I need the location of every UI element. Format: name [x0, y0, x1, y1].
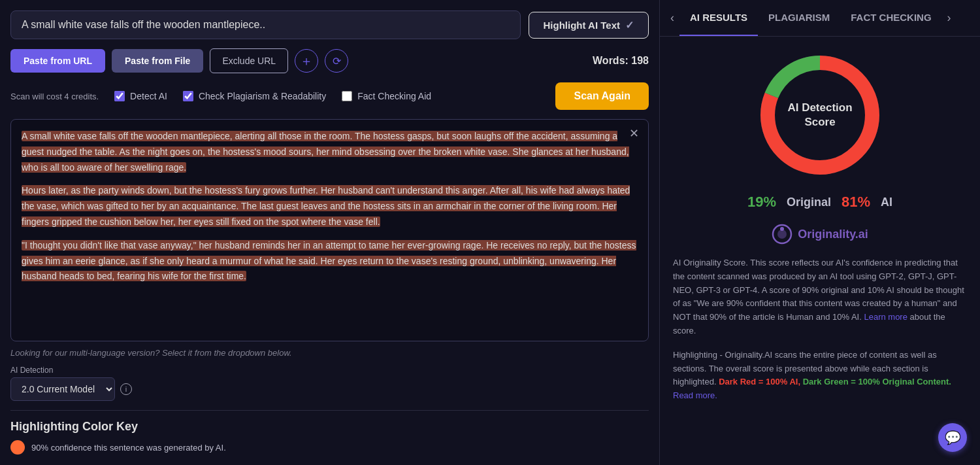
highlight-ai-text-button[interactable]: Highlight AI Text ✓ — [529, 12, 649, 39]
read-more-link[interactable]: Read more. — [673, 390, 717, 400]
share-icon-button[interactable]: ⟳ — [325, 49, 348, 73]
detect-ai-checkbox[interactable] — [114, 91, 125, 101]
plagiarism-checkbox-label[interactable]: Check Plagiarism & Readability — [183, 91, 326, 101]
color-key-item-1-text: 90% confidence this sentence was generat… — [31, 443, 226, 453]
title-input[interactable] — [10, 10, 521, 39]
right-nav: ‹ AI RESULTS PLAGIARISM FACT CHECKING › — [660, 0, 980, 37]
svg-point-4 — [777, 230, 787, 239]
left-panel: Highlight AI Text ✓ Paste from URL Paste… — [0, 0, 660, 465]
dark-green-label: Dark Green = 100% Original Content. — [803, 377, 951, 387]
ai-label: AI — [881, 196, 892, 209]
right-content: AI Detection Score 19% Original 81% AI — [660, 37, 980, 465]
add-icon-button[interactable]: ＋ — [295, 49, 318, 73]
donut-label-line1: AI Detection — [787, 101, 852, 115]
color-key-item-1: 90% confidence this sentence was generat… — [10, 440, 649, 455]
text-display-wrapper: A small white vase falls off the wooden … — [10, 119, 649, 341]
share-icon: ⟳ — [333, 55, 341, 67]
model-select[interactable]: 2.0 Current Model 1.0 Legacy Model — [10, 377, 115, 401]
exclude-url-button[interactable]: Exclude URL — [210, 48, 288, 73]
donut-container: AI Detection Score — [673, 50, 967, 181]
description-text-1: AI Originality Score. This score reflect… — [673, 256, 967, 338]
tab-plagiarism[interactable]: PLAGIARISM — [758, 0, 840, 36]
donut-center-text: AI Detection Score — [787, 101, 852, 129]
word-count: Words: 198 — [593, 55, 649, 67]
detect-ai-checkbox-label[interactable]: Detect AI — [114, 91, 167, 101]
dark-red-label: Dark Red = 100% AI, — [719, 377, 800, 387]
color-key-section: Highlighting Color Key 90% confidence th… — [10, 410, 649, 455]
chat-bubble-button[interactable]: 💬 — [938, 423, 967, 452]
tab-fact-checking[interactable]: FACT CHECKING — [840, 0, 941, 36]
original-label: Original — [787, 196, 831, 209]
paragraph-3: "I thought you didn't like that vase any… — [22, 238, 638, 284]
highlight-description: Highlighting - Originality.AI scans the … — [673, 349, 967, 403]
detect-ai-label: Detect AI — [130, 91, 167, 101]
color-dot-orange — [10, 440, 25, 455]
paste-from-url-button[interactable]: Paste from URL — [10, 49, 105, 73]
select-row: 2.0 Current Model 1.0 Legacy Model i — [10, 377, 649, 401]
originality-logo: Originality.ai — [673, 224, 967, 245]
header-row: Highlight AI Text ✓ — [10, 10, 649, 39]
checkmark-icon: ✓ — [625, 19, 634, 31]
ai-score: 81% — [841, 194, 870, 211]
paragraph-2: Hours later, as the party winds down, bu… — [22, 183, 638, 230]
plagiarism-checkbox[interactable] — [183, 91, 193, 101]
originality-logo-icon — [772, 224, 792, 245]
highlighted-text-1: A small white vase falls off the wooden … — [22, 131, 629, 173]
original-score: 19% — [747, 194, 776, 211]
chat-icon: 💬 — [945, 430, 961, 445]
ai-detection-select: AI Detection 2.0 Current Model 1.0 Legac… — [10, 366, 649, 401]
highlighted-text-2: Hours later, as the party winds down, bu… — [22, 185, 630, 227]
right-panel: ‹ AI RESULTS PLAGIARISM FACT CHECKING › — [660, 0, 980, 465]
paste-from-file-button[interactable]: Paste from File — [112, 49, 203, 73]
highlight-btn-label: Highlight AI Text — [544, 20, 621, 31]
highlighted-text-3: "I thought you didn't like that vase any… — [22, 240, 636, 282]
fact-check-checkbox[interactable] — [342, 91, 352, 101]
options-row: Scan will cost 4 credits. Detect AI Chec… — [10, 82, 649, 110]
scan-cost-label: Scan will cost 4 credits. — [10, 92, 99, 101]
learn-more-link[interactable]: Learn more — [864, 312, 907, 322]
svg-point-5 — [780, 227, 784, 231]
nav-arrow-right[interactable]: › — [942, 2, 956, 34]
originality-logo-text: Originality.ai — [798, 228, 868, 241]
donut-label-line2: Score — [787, 115, 852, 129]
plus-icon: ＋ — [300, 52, 313, 70]
text-display[interactable]: A small white vase falls off the wooden … — [11, 120, 648, 341]
fact-check-label: Fact Checking Aid — [357, 91, 431, 101]
fact-check-checkbox-label[interactable]: Fact Checking Aid — [342, 91, 431, 101]
paragraph-1: A small white vase falls off the wooden … — [22, 129, 638, 175]
button-row: Paste from URL Paste from File Exclude U… — [10, 48, 649, 73]
language-note: Looking for our multi-language version? … — [10, 348, 649, 358]
color-key-title: Highlighting Color Key — [10, 420, 649, 434]
donut-wrapper: AI Detection Score — [755, 50, 885, 181]
scan-again-button[interactable]: Scan Again — [555, 82, 649, 110]
close-text-button[interactable]: ✕ — [625, 125, 643, 142]
info-icon[interactable]: i — [120, 383, 132, 395]
ai-detection-label: AI Detection — [10, 366, 649, 375]
scores-row: 19% Original 81% AI — [673, 194, 967, 211]
tab-ai-results[interactable]: AI RESULTS — [679, 0, 758, 36]
nav-arrow-left[interactable]: ‹ — [665, 2, 679, 34]
plagiarism-label: Check Plagiarism & Readability — [199, 91, 326, 101]
